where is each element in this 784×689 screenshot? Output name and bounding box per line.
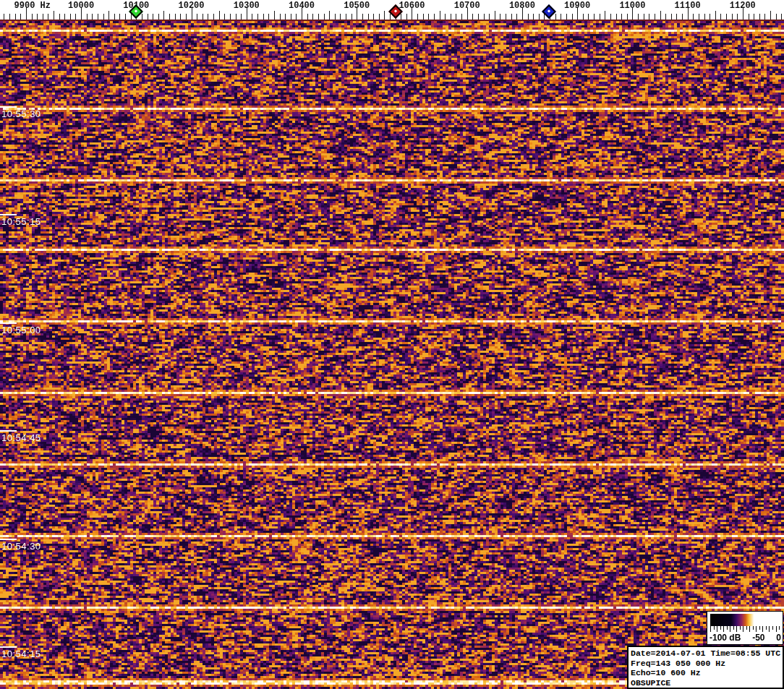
frequency-tick xyxy=(456,14,456,20)
frequency-label: 10500 xyxy=(344,1,370,11)
frequency-label: 10700 xyxy=(454,1,480,11)
frequency-tick xyxy=(671,14,672,20)
frequency-tick xyxy=(280,14,281,20)
frequency-tick xyxy=(749,14,749,20)
frequency-tick xyxy=(15,14,16,20)
frequency-tick xyxy=(340,14,341,20)
frequency-tick xyxy=(263,14,264,20)
frequency-tick xyxy=(384,11,385,20)
frequency-tick xyxy=(754,14,754,20)
frequency-tick xyxy=(208,14,208,20)
legend-tick xyxy=(749,626,750,632)
frequency-tick xyxy=(665,14,666,20)
frequency-tick xyxy=(506,14,506,20)
legend-tick xyxy=(727,626,728,630)
frequency-tick xyxy=(351,14,352,20)
frequency-tick xyxy=(594,14,595,20)
frequency-tick xyxy=(224,14,225,20)
frequency-tick xyxy=(54,11,54,20)
frequency-tick xyxy=(500,14,500,20)
frequency-tick xyxy=(699,14,699,20)
frequency-tick xyxy=(539,14,540,20)
frequency-tick xyxy=(87,14,88,20)
legend-tick xyxy=(753,626,754,630)
frequency-tick xyxy=(203,14,203,20)
frequency-tick xyxy=(291,14,291,20)
frequency-tick xyxy=(163,11,164,20)
frequency-tick xyxy=(600,14,600,20)
frequency-tick xyxy=(180,14,181,20)
frequency-tick xyxy=(495,11,495,20)
frequency-tick xyxy=(148,14,148,20)
legend-tick xyxy=(736,626,737,632)
legend-tick xyxy=(714,626,715,630)
frequency-tick xyxy=(75,14,76,20)
frequency-tick xyxy=(324,14,325,20)
frequency-tick xyxy=(59,14,60,20)
frequency-tick xyxy=(644,14,644,20)
legend-tick xyxy=(743,626,743,632)
frequency-tick xyxy=(175,14,176,20)
frequency-tick xyxy=(676,14,677,20)
frequency-tick xyxy=(621,14,622,20)
frequency-tick xyxy=(489,14,490,20)
frequency-tick xyxy=(406,14,407,20)
legend-tick xyxy=(769,626,770,632)
frequency-tick xyxy=(37,14,38,20)
frequency-label: 11000 xyxy=(619,1,645,11)
observation-info-box: Date=2014-07-01 Time=08:55 UTC Freq=143 … xyxy=(627,646,784,689)
legend-labels: -100 dB -50 0 xyxy=(710,633,781,643)
frequency-tick xyxy=(764,14,765,20)
frequency-tick xyxy=(649,14,649,20)
frequency-tick xyxy=(566,14,567,20)
frequency-tick xyxy=(103,14,104,20)
frequency-tick xyxy=(307,14,308,20)
frequency-tick xyxy=(158,14,159,20)
frequency-tick xyxy=(616,14,617,20)
legend-tick xyxy=(759,626,760,630)
frequency-ruler[interactable]: 9900 Hz100001010010200103001040010500106… xyxy=(0,0,784,21)
frequency-tick xyxy=(770,11,771,20)
frequency-tick xyxy=(478,14,479,20)
frequency-tick xyxy=(516,14,517,20)
waterfall-display[interactable] xyxy=(0,21,784,689)
frequency-tick xyxy=(528,14,529,20)
frequency-tick xyxy=(48,14,48,20)
legend-tick xyxy=(746,626,747,630)
frequency-tick xyxy=(9,14,10,20)
legend-tick xyxy=(762,626,763,632)
frequency-label: 10200 xyxy=(178,1,204,11)
frequency-tick xyxy=(296,14,297,20)
legend-tick xyxy=(779,626,780,630)
frequency-tick xyxy=(440,11,440,20)
frequency-tick xyxy=(605,11,605,20)
frequency-tick xyxy=(423,14,424,20)
frequency-tick xyxy=(759,14,760,20)
frequency-tick xyxy=(268,14,269,20)
frequency-tick xyxy=(153,14,153,20)
frequency-label: 10800 xyxy=(509,1,535,11)
frequency-tick xyxy=(20,14,21,20)
frequency-tick xyxy=(64,14,65,20)
frequency-tick xyxy=(125,14,126,20)
frequency-tick xyxy=(533,14,534,20)
frequency-tick xyxy=(335,14,336,20)
frequency-tick xyxy=(472,14,473,20)
frequency-tick xyxy=(379,14,380,20)
frequency-tick xyxy=(219,11,220,20)
frequency-tick xyxy=(318,14,319,20)
frequency-tick xyxy=(511,14,512,20)
frequency-label: 10600 xyxy=(399,1,425,11)
frequency-tick xyxy=(241,14,242,20)
frequency-tick xyxy=(660,11,661,20)
frequency-tick xyxy=(434,14,435,20)
info-frequency: Freq=143 050 000 Hz xyxy=(631,659,783,669)
frequency-label: 9900 Hz xyxy=(14,1,51,11)
frequency-tick xyxy=(655,14,655,20)
frequency-tick xyxy=(710,14,710,20)
frequency-tick xyxy=(197,14,197,20)
legend-tick xyxy=(717,626,717,632)
frequency-tick xyxy=(142,14,142,20)
frequency-tick xyxy=(285,14,286,20)
frequency-tick xyxy=(428,14,429,20)
